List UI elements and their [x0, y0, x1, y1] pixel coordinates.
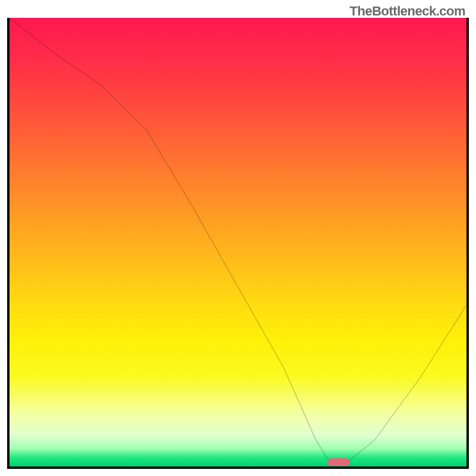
chart-frame: [7, 18, 469, 469]
watermark-text: TheBottleneck.com: [350, 4, 465, 19]
chart-curve: [10, 18, 466, 466]
optimal-marker: [327, 458, 350, 465]
